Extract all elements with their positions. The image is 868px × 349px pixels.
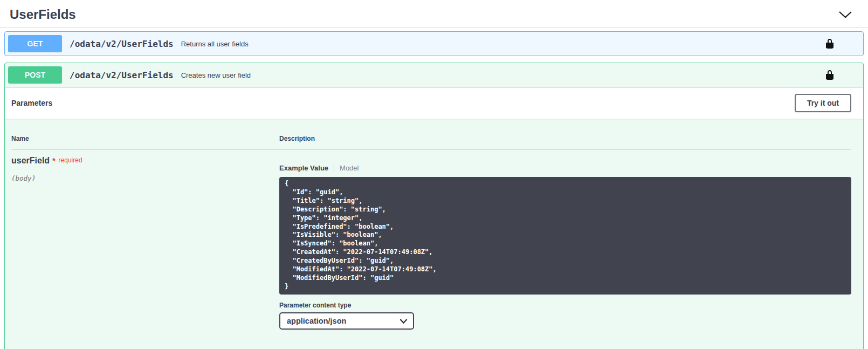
chevron-down-icon: [838, 11, 853, 18]
post-endpoint-summary[interactable]: POST /odata/v2/UserFields Creates new us…: [5, 63, 863, 87]
get-endpoint-path-link[interactable]: /odata/v2/UserFields: [70, 39, 174, 49]
tab-example-value[interactable]: Example Value: [279, 164, 334, 172]
parameters-table-header: Name Description: [11, 135, 851, 150]
parameter-name-cell: userField*required (body): [11, 156, 279, 330]
content-type-select-wrapper: application/json: [279, 312, 414, 330]
tab-model[interactable]: Model: [334, 164, 359, 172]
post-endpoint-description: Creates new user field: [181, 71, 817, 79]
required-asterisk: *: [52, 156, 55, 165]
parameter-description-cell: Example Value Model { "Id": "guid", "Tit…: [279, 156, 851, 330]
tag-section-header: UserFields: [0, 0, 868, 28]
example-value-code-block: { "Id": "guid", "Title": "string", "Desc…: [279, 177, 851, 295]
lock-icon: [824, 70, 835, 80]
parameters-section-header: Parameters Try it out: [5, 87, 863, 119]
post-endpoint-path-link[interactable]: /odata/v2/UserFields: [70, 70, 174, 80]
opblock-post-userfields: POST /odata/v2/UserFields Creates new us…: [4, 63, 864, 349]
parameters-table: Name Description userField*required (bod…: [5, 119, 863, 330]
post-authorize-lock-button[interactable]: [824, 70, 835, 80]
lock-icon: [824, 38, 835, 49]
post-method-badge: POST: [8, 66, 62, 84]
page-title: UserFields: [10, 7, 76, 22]
parameter-content-type-label: Parameter content type: [279, 302, 851, 309]
collapse-section-button[interactable]: [837, 9, 854, 20]
example-model-tabs: Example Value Model: [279, 164, 851, 172]
get-endpoint-summary[interactable]: GET /odata/v2/UserFields Returns all use…: [5, 32, 863, 56]
parameter-row-userfield: userField*required (body) Example Value …: [11, 150, 851, 330]
parameters-title: Parameters: [11, 99, 52, 107]
parameter-name: userField: [11, 156, 50, 165]
get-endpoint-description: Returns all user fields: [181, 40, 817, 48]
column-header-name: Name: [11, 135, 279, 142]
get-authorize-lock-button[interactable]: [824, 38, 835, 49]
column-header-description: Description: [279, 135, 851, 142]
get-method-badge: GET: [8, 35, 62, 52]
opblock-get-userfields: GET /odata/v2/UserFields Returns all use…: [4, 31, 864, 56]
content-type-select[interactable]: application/json: [279, 312, 414, 330]
parameter-location: (body): [11, 174, 279, 182]
required-label: required: [59, 156, 82, 164]
try-it-out-button[interactable]: Try it out: [795, 94, 851, 112]
